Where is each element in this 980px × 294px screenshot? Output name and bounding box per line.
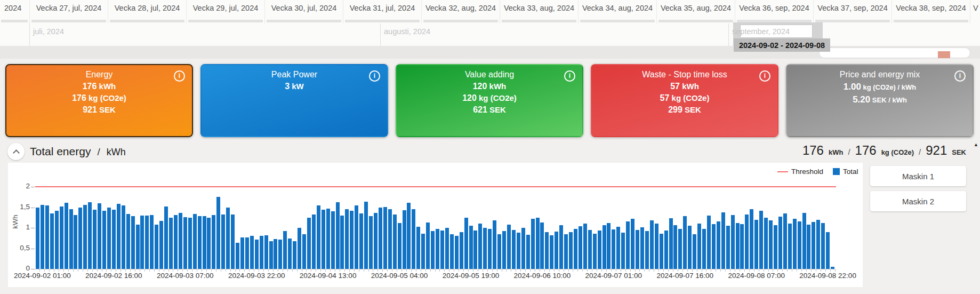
total-bar[interactable]	[302, 234, 306, 269]
total-bar[interactable]	[155, 225, 158, 269]
total-bar[interactable]	[326, 209, 330, 269]
total-bar[interactable]	[60, 206, 63, 269]
total-bar[interactable]	[274, 239, 277, 269]
total-bar[interactable]	[216, 197, 220, 269]
total-bar[interactable]	[588, 230, 592, 269]
total-bar[interactable]	[712, 224, 716, 269]
kpi-card-waste-stop-time-loss[interactable]: Waste - Stop time lossi57 kWh57 kg (CO2e…	[591, 64, 778, 137]
total-bar[interactable]	[469, 226, 473, 269]
total-bar[interactable]	[164, 206, 168, 269]
total-bar[interactable]	[74, 215, 77, 269]
total-bar[interactable]	[721, 212, 725, 269]
total-bar[interactable]	[98, 203, 101, 269]
total-bar[interactable]	[278, 240, 282, 269]
total-bar[interactable]	[531, 219, 535, 269]
total-bar[interactable]	[193, 214, 197, 269]
total-bar[interactable]	[250, 236, 254, 269]
total-bar[interactable]	[240, 237, 244, 269]
total-bar[interactable]	[754, 220, 758, 269]
total-bar[interactable]	[283, 231, 287, 269]
total-bar[interactable]	[536, 218, 540, 269]
total-bar[interactable]	[421, 234, 425, 269]
total-bar[interactable]	[640, 227, 644, 269]
total-bar[interactable]	[816, 220, 820, 269]
total-bar[interactable]	[559, 225, 563, 269]
total-bar[interactable]	[379, 208, 382, 269]
total-bar[interactable]	[464, 218, 468, 269]
total-bar[interactable]	[645, 231, 649, 269]
total-bar[interactable]	[179, 213, 182, 269]
total-bar[interactable]	[226, 208, 230, 269]
total-bar[interactable]	[350, 211, 354, 269]
total-bar[interactable]	[183, 217, 187, 269]
total-bar[interactable]	[517, 233, 520, 269]
week-cell[interactable]: Vecka 30, jul, 2024	[264, 0, 343, 23]
total-bar[interactable]	[336, 202, 340, 269]
total-bar[interactable]	[650, 220, 654, 269]
total-bar[interactable]	[702, 229, 706, 269]
total-bar[interactable]	[512, 230, 516, 269]
total-bar[interactable]	[398, 223, 401, 269]
total-bar[interactable]	[697, 224, 701, 269]
total-bar[interactable]	[478, 224, 482, 269]
total-bar[interactable]	[112, 210, 116, 269]
total-bar[interactable]	[660, 234, 663, 269]
week-cell[interactable]: Vecka 28, jul, 2024	[108, 0, 186, 23]
total-bar[interactable]	[203, 216, 206, 269]
total-bar[interactable]	[403, 210, 406, 269]
total-bar[interactable]	[636, 230, 639, 269]
total-bar[interactable]	[783, 213, 787, 269]
total-bar[interactable]	[669, 218, 673, 269]
total-bar[interactable]	[374, 213, 377, 269]
total-bar[interactable]	[726, 226, 730, 269]
total-bar[interactable]	[593, 234, 597, 269]
total-bar[interactable]	[412, 209, 415, 269]
total-bar[interactable]	[612, 229, 615, 269]
total-bar[interactable]	[131, 216, 135, 269]
week-cell[interactable]: Vecka 34, aug, 2024	[578, 0, 656, 23]
total-bar[interactable]	[107, 208, 111, 269]
total-bar[interactable]	[41, 205, 44, 269]
info-icon[interactable]: i	[954, 70, 966, 82]
total-bar[interactable]	[150, 215, 154, 269]
total-bar[interactable]	[826, 232, 830, 269]
total-bar[interactable]	[436, 229, 439, 269]
total-bar[interactable]	[426, 223, 430, 269]
total-bar[interactable]	[807, 225, 810, 269]
week-cell[interactable]: Vecka 29, jul, 2024	[186, 0, 264, 23]
total-bar[interactable]	[136, 225, 140, 269]
total-bar[interactable]	[526, 235, 530, 269]
total-bar[interactable]	[159, 221, 163, 269]
kpi-card-peak-power[interactable]: Peak Poweri3 kW	[200, 64, 388, 137]
total-bar[interactable]	[678, 229, 682, 269]
total-bar[interactable]	[364, 202, 368, 269]
collapse-section-button[interactable]	[7, 143, 25, 160]
total-bar[interactable]	[497, 234, 501, 269]
total-bar[interactable]	[260, 236, 263, 269]
info-icon[interactable]: i	[174, 70, 185, 82]
week-cell[interactable]: Vecka 37, sep, 2024	[813, 0, 891, 23]
week-cell[interactable]: Vecka 31, jul, 2024	[343, 0, 421, 23]
total-bar[interactable]	[564, 234, 568, 269]
total-bar[interactable]	[198, 216, 202, 269]
total-bar[interactable]	[598, 231, 601, 269]
total-bar[interactable]	[521, 228, 525, 269]
info-icon[interactable]: i	[759, 70, 770, 82]
total-bar[interactable]	[293, 241, 296, 269]
total-bar[interactable]	[78, 208, 82, 269]
total-bar[interactable]	[778, 217, 782, 269]
total-bar[interactable]	[740, 224, 744, 269]
total-bar[interactable]	[717, 221, 720, 269]
total-bar[interactable]	[774, 225, 777, 269]
total-bar[interactable]	[174, 215, 178, 269]
total-bar[interactable]	[821, 223, 825, 269]
total-bar[interactable]	[616, 227, 620, 269]
week-cell[interactable]: Vecka 36, sep, 2024	[735, 0, 813, 23]
total-bar[interactable]	[264, 235, 268, 269]
total-bar[interactable]	[383, 207, 387, 269]
total-bar[interactable]	[759, 211, 763, 269]
total-bar[interactable]	[288, 239, 292, 269]
total-bar[interactable]	[493, 220, 496, 269]
total-bar[interactable]	[793, 219, 797, 269]
total-bar[interactable]	[664, 231, 668, 269]
